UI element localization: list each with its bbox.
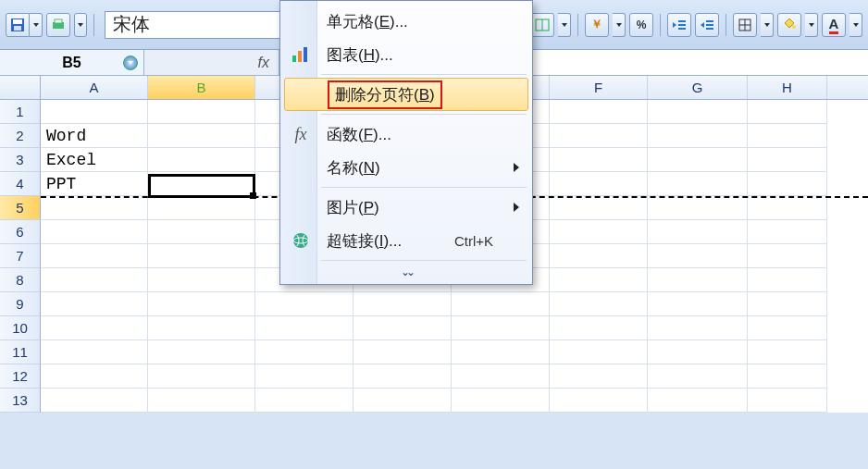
col-header-G[interactable]: G bbox=[648, 76, 748, 99]
cell[interactable] bbox=[148, 100, 255, 124]
cell[interactable] bbox=[648, 148, 748, 172]
font-color-button[interactable]: A bbox=[822, 13, 846, 37]
name-box[interactable]: B5 bbox=[0, 50, 144, 75]
cell[interactable] bbox=[550, 316, 648, 340]
row-header[interactable]: 4 bbox=[0, 172, 41, 196]
merge-cells-button[interactable] bbox=[530, 13, 554, 37]
cell[interactable] bbox=[255, 364, 353, 389]
cell[interactable] bbox=[452, 340, 550, 364]
row-header[interactable]: 7 bbox=[0, 244, 41, 268]
cell[interactable] bbox=[550, 244, 648, 268]
cell[interactable] bbox=[648, 389, 748, 413]
cell[interactable] bbox=[41, 364, 148, 389]
row-header[interactable]: 13 bbox=[0, 389, 41, 413]
cell[interactable] bbox=[452, 364, 550, 389]
cell[interactable] bbox=[550, 196, 648, 220]
cell[interactable] bbox=[550, 268, 648, 292]
cell[interactable] bbox=[748, 220, 827, 244]
cell[interactable] bbox=[748, 340, 827, 364]
quick-access-more[interactable] bbox=[74, 13, 87, 37]
cell[interactable] bbox=[353, 316, 452, 340]
col-header-B[interactable]: B bbox=[148, 76, 255, 99]
cell[interactable] bbox=[353, 292, 452, 316]
cell[interactable]: Excel bbox=[41, 148, 148, 172]
cell[interactable] bbox=[148, 364, 255, 389]
cell[interactable] bbox=[748, 292, 827, 316]
cell[interactable] bbox=[648, 124, 748, 148]
save-button[interactable] bbox=[6, 13, 30, 37]
cell[interactable] bbox=[41, 100, 148, 124]
cell[interactable] bbox=[748, 244, 827, 268]
cell[interactable] bbox=[748, 389, 827, 413]
select-all-corner[interactable] bbox=[0, 76, 41, 99]
cell[interactable] bbox=[148, 292, 255, 316]
cell[interactable] bbox=[550, 124, 648, 148]
cell[interactable] bbox=[648, 268, 748, 292]
borders-dropdown[interactable] bbox=[761, 13, 774, 37]
cell[interactable] bbox=[550, 292, 648, 316]
cell[interactable] bbox=[748, 316, 827, 340]
menu-item-H[interactable]: 图表(H)... bbox=[282, 38, 530, 71]
row-header[interactable]: 11 bbox=[0, 340, 41, 364]
cell[interactable] bbox=[748, 268, 827, 292]
cell[interactable] bbox=[148, 148, 255, 172]
cell[interactable] bbox=[255, 340, 353, 364]
cell[interactable] bbox=[648, 316, 748, 340]
cell[interactable] bbox=[748, 100, 827, 124]
name-box-dropdown[interactable] bbox=[123, 56, 138, 70]
cell[interactable]: Word bbox=[41, 124, 148, 148]
cell[interactable] bbox=[550, 340, 648, 364]
font-name-box[interactable]: 宋体 bbox=[105, 11, 299, 39]
menu-expand-button[interactable]: ⌄⌄ bbox=[282, 264, 530, 280]
col-header-H[interactable]: H bbox=[748, 76, 827, 99]
row-header[interactable]: 1 bbox=[0, 100, 41, 124]
row-header[interactable]: 10 bbox=[0, 316, 41, 340]
cell[interactable] bbox=[452, 316, 550, 340]
fx-label[interactable]: fx bbox=[144, 50, 279, 75]
cell[interactable] bbox=[41, 268, 148, 292]
cell[interactable] bbox=[41, 244, 148, 268]
cell[interactable] bbox=[148, 244, 255, 268]
borders-button[interactable] bbox=[733, 13, 757, 37]
quick-print-button[interactable] bbox=[46, 13, 70, 37]
cell[interactable] bbox=[452, 389, 550, 413]
cell[interactable]: PPT bbox=[41, 172, 148, 196]
row-header[interactable]: 5 bbox=[0, 196, 41, 220]
cell[interactable] bbox=[255, 389, 353, 413]
currency-dropdown[interactable] bbox=[613, 13, 626, 37]
cell[interactable] bbox=[648, 340, 748, 364]
menu-item-F[interactable]: fx函数(F)... bbox=[282, 117, 530, 151]
cell[interactable] bbox=[748, 124, 827, 148]
cell[interactable] bbox=[41, 389, 148, 413]
cell[interactable] bbox=[148, 124, 255, 148]
cell[interactable] bbox=[353, 340, 452, 364]
cell[interactable] bbox=[648, 220, 748, 244]
active-cell-cursor[interactable] bbox=[148, 174, 255, 198]
cell[interactable] bbox=[748, 364, 827, 389]
merge-dropdown[interactable] bbox=[558, 13, 571, 37]
menu-item-B[interactable]: 删除分页符(B) bbox=[284, 78, 528, 111]
cell[interactable] bbox=[255, 292, 353, 316]
cell[interactable] bbox=[41, 292, 148, 316]
cell[interactable] bbox=[148, 196, 255, 220]
cell[interactable] bbox=[648, 292, 748, 316]
cell[interactable] bbox=[550, 148, 648, 172]
cell[interactable] bbox=[452, 292, 550, 316]
fill-color-button[interactable] bbox=[777, 13, 801, 37]
cell[interactable] bbox=[148, 389, 255, 413]
percent-button[interactable]: % bbox=[629, 13, 653, 37]
cell[interactable] bbox=[550, 100, 648, 124]
cell[interactable] bbox=[148, 220, 255, 244]
cell[interactable] bbox=[550, 172, 648, 196]
cell[interactable] bbox=[550, 220, 648, 244]
cell[interactable] bbox=[748, 148, 827, 172]
row-header[interactable]: 8 bbox=[0, 268, 41, 292]
cell[interactable] bbox=[148, 316, 255, 340]
currency-button[interactable]: ￥ bbox=[585, 13, 609, 37]
row-header[interactable]: 9 bbox=[0, 292, 41, 316]
font-color-dropdown[interactable] bbox=[849, 13, 862, 37]
menu-item-I[interactable]: 超链接(I)...Ctrl+K bbox=[282, 224, 530, 257]
cell[interactable] bbox=[148, 340, 255, 364]
menu-item-E[interactable]: 单元格(E)... bbox=[282, 5, 530, 38]
cell[interactable] bbox=[648, 364, 748, 389]
